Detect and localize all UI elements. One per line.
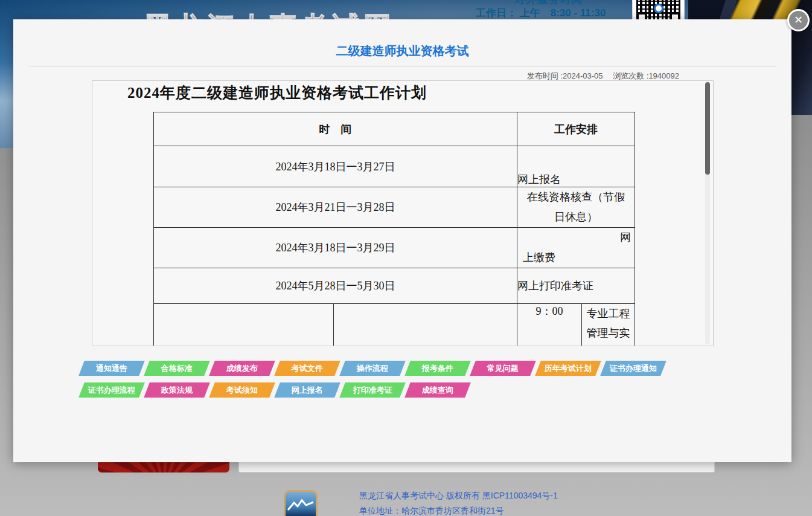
tag-online-signup[interactable]: 网上报名 bbox=[274, 382, 340, 398]
work-line: 在线资格核查（节假 bbox=[517, 187, 635, 207]
tag-requirements[interactable]: 报考条件 bbox=[404, 361, 471, 376]
cell-empty bbox=[154, 304, 334, 347]
qr-logo-icon bbox=[654, 4, 663, 13]
modal-title: 二级建造师执业资格考试 bbox=[13, 19, 791, 59]
table-row: 2024年5月28日一5月30日 网上打印准考证 bbox=[154, 268, 635, 304]
tag-procedure[interactable]: 操作流程 bbox=[339, 361, 406, 376]
tag-cert-notice[interactable]: 证书办理通知 bbox=[600, 361, 667, 376]
cell-work: 网 上缴费 bbox=[517, 228, 635, 268]
page: 黑龙江人事考试网 对外服务时间 工作日： 上午 8:30 - 11:30 事业单… bbox=[0, 0, 812, 516]
document-viewer: 2024年度二级建造师执业资格考试工作计划 时 间 工作安排 2024年3月18… bbox=[92, 80, 714, 346]
content-list-box bbox=[238, 462, 715, 472]
scrollbar-thumb[interactable] bbox=[705, 82, 710, 175]
cell-subject: 专业工程管理与实务 bbox=[582, 304, 635, 347]
table-row: 2024年3月21日一3月28日 在线资格核查（节假 日休息） bbox=[154, 187, 635, 228]
tag-past-plans[interactable]: 历年考试计划 bbox=[535, 361, 601, 376]
schedule-table: 时 间 工作安排 2024年3月18日一3月27日 网上报名 2024年3月21… bbox=[153, 112, 635, 346]
document-title: 2024年度二级建造师执业资格考试工作计划 bbox=[127, 83, 713, 103]
cell-time: 2024年3月21日一3月28日 bbox=[154, 187, 517, 228]
cell-exam-time: 9：00 bbox=[517, 304, 582, 347]
cell-work: 在线资格核查（节假 日休息） bbox=[517, 187, 635, 228]
tag-notice[interactable]: 通知通告 bbox=[78, 361, 145, 376]
table-row: 2024年3月18日一3月27日 网上报名 bbox=[154, 146, 635, 187]
footer-copyright: 黑龙江省人事考试中心 版权所有 黑ICP11003494号-1 bbox=[359, 491, 558, 501]
work-line: 日休息） bbox=[517, 207, 635, 227]
table-header-row: 时 间 工作安排 bbox=[154, 112, 635, 146]
gov-emblem: 事业单位 bbox=[284, 490, 318, 516]
header-time: 时 间 bbox=[154, 112, 517, 146]
table-row: 2024年3月18日一3月29日 网 上缴费 bbox=[154, 228, 635, 268]
red-banner-card bbox=[98, 462, 229, 472]
mountain-graphic bbox=[286, 498, 316, 512]
scrollbar-track[interactable] bbox=[705, 82, 710, 344]
cell-empty bbox=[334, 304, 517, 347]
service-hours-text: 工作日： 上午 8:30 - 11:30 bbox=[476, 6, 606, 20]
tag-score-query[interactable]: 成绩查询 bbox=[404, 382, 471, 398]
tag-print-ticket[interactable]: 打印准考证 bbox=[339, 382, 406, 398]
tag-score-release[interactable]: 成绩发布 bbox=[209, 361, 275, 376]
divider bbox=[28, 66, 776, 66]
exam-modal: 二级建造师执业资格考试 发布时间 :2024-03-05 浏览次数 :19400… bbox=[13, 19, 791, 462]
tag-nav-row1: 通知通告 合格标准 成绩发布 考试文件 操作流程 报考条件 常见问题 历年考试计… bbox=[82, 361, 668, 376]
cell-work: 网上打印准考证 bbox=[517, 268, 635, 304]
cell-time: 2024年3月18日一3月27日 bbox=[154, 146, 517, 187]
tag-exam-notes[interactable]: 考试须知 bbox=[209, 382, 275, 398]
work-line: 上缴费 bbox=[517, 248, 635, 268]
tag-pass-standard[interactable]: 合格标准 bbox=[144, 361, 210, 376]
work-line: 网 bbox=[517, 228, 635, 248]
cell-work: 网上报名 bbox=[517, 146, 635, 187]
tag-policy[interactable]: 政策法规 bbox=[144, 382, 210, 398]
tag-faq[interactable]: 常见问题 bbox=[470, 361, 536, 376]
footer-address: 单位地址：哈尔滨市香坊区香和街21号 bbox=[359, 506, 504, 516]
close-icon[interactable]: ✕ bbox=[787, 9, 810, 31]
cell-time: 2024年3月18日一3月29日 bbox=[154, 228, 517, 268]
tag-exam-docs[interactable]: 考试文件 bbox=[274, 361, 340, 376]
cell-time: 2024年5月28日一5月30日 bbox=[154, 268, 517, 304]
header-work: 工作安排 bbox=[517, 112, 635, 146]
table-row: 9：00 专业工程管理与实务 bbox=[154, 304, 635, 347]
tag-nav-row2: 证书办理流程 政策法规 考试须知 网上报名 打印准考证 成绩查询 bbox=[82, 382, 473, 398]
tag-cert-process[interactable]: 证书办理流程 bbox=[78, 382, 145, 398]
